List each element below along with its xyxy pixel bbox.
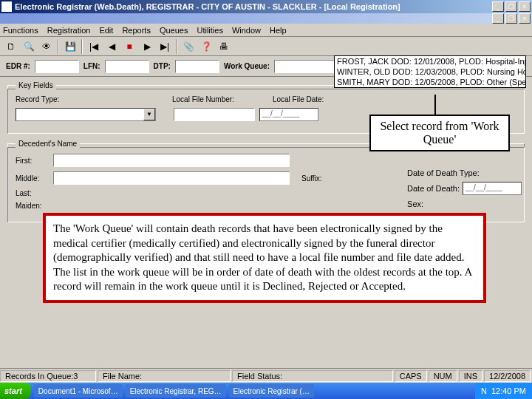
file-name-cell: File Name: [98,370,231,382]
titlebar: Electronic Registrar (Web.Death), REGIST… [0,0,532,13]
taskbar-item[interactable]: Electronic Registrar, REG… [126,384,226,398]
search-icon[interactable]: 🔍 [21,38,37,55]
edr-input[interactable] [35,60,79,73]
dod-type-label: Date of Death Type: [407,168,480,177]
work-queue-list: FROST, JACK DOD: 12/01/2008, PLOD: Hospi… [334,55,526,88]
dtp-label: DTP: [154,62,171,70]
taskbar-item[interactable]: Document1 - Microsof… [34,384,123,398]
next-record-icon[interactable]: ▶ [139,38,155,55]
last-record-icon[interactable]: ▶| [157,38,173,55]
local-file-date-label: Local File Date: [273,95,324,103]
maiden-label: Maiden: [16,202,49,210]
menu-window[interactable]: Window [232,26,261,35]
local-file-number-label: Local File Number: [172,95,234,103]
stop-icon[interactable]: ■ [121,38,137,55]
taskbar-item[interactable]: Electronic Registrar (… [229,384,314,398]
callout-connector [434,95,436,117]
work-queue-item[interactable]: FROST, JACK DOD: 12/01/2008, PLOD: Hospi… [335,56,525,66]
field-status-cell: Field Status: [232,370,393,382]
close-button[interactable]: × [519,1,531,12]
toolbar: 🗋 🔍 👁 💾 |◀ ◀ ■ ▶ ▶| 📎 ❓ 🖶 [0,37,532,56]
middle-input[interactable] [53,171,290,185]
dod-input[interactable]: __/__/____ [463,182,522,195]
sex-label: Sex: [407,200,423,208]
record-type-combo[interactable]: ▼ [16,108,156,121]
mdi-maximize-button[interactable]: ❐ [505,13,517,24]
prev-record-icon[interactable]: ◀ [103,38,120,55]
mdi-titlebar: _ ❐ × [0,13,532,24]
mdi-minimize-button[interactable]: _ [492,13,504,24]
edr-label: EDR #: [6,62,30,70]
last-label: Last: [16,189,49,197]
menubar: Functions Registration Edit Reports Queu… [0,24,532,37]
dtp-input[interactable] [175,60,219,73]
menu-queues[interactable]: Queues [160,26,188,35]
toolbar-separator [176,39,177,54]
system-tray: N 12:40 PM [475,383,532,399]
print-icon[interactable]: 🖶 [216,38,232,55]
record-type-label: Record Type: [16,95,67,103]
callout-select-record: Select record from 'Work Queue' [369,115,510,151]
right-panel: Date of Death Type: Date of Death: __/__… [407,168,522,213]
app-icon [1,1,12,12]
work-queue-item[interactable]: SMITH, MARY DOD: 12/05/2008, PLOD: Other… [335,77,525,87]
first-input[interactable] [53,154,290,167]
menu-utilities[interactable]: Utilities [197,26,222,35]
menu-edit[interactable]: Edit [99,26,113,35]
lfn-label: LFN: [83,62,100,70]
local-file-date-input[interactable]: __/__/____ [259,108,318,121]
binoculars-icon[interactable]: 👁 [38,38,55,55]
dod-label: Date of Death: [407,184,460,193]
window-title: Electronic Registrar (Web.Death), REGIST… [15,2,492,11]
toolbar-separator [58,39,59,54]
key-fields-legend: Key Fields [16,81,56,89]
first-record-icon[interactable]: |◀ [86,38,102,55]
first-label: First: [16,157,49,165]
ins-indicator: INS [459,370,482,382]
menu-help[interactable]: Help [270,26,287,35]
maximize-button[interactable]: ❐ [505,1,517,12]
menu-registration[interactable]: Registration [47,26,91,35]
local-file-number-input[interactable] [174,108,255,121]
toolbar-separator [81,39,83,54]
help-icon[interactable]: ❓ [198,38,214,55]
start-button[interactable]: start [0,383,31,399]
status-date: 12/2/2008 [484,370,531,382]
statusbar: Records In Queue:3 File Name: Field Stat… [0,368,532,383]
minimize-button[interactable]: _ [492,1,504,12]
work-queue-item[interactable]: WINTER, OLD DOD: 12/03/2008, PLOD: Nursi… [335,66,525,77]
menu-functions[interactable]: Functions [3,26,38,35]
middle-label: Middle: [16,174,49,183]
caps-indicator: CAPS [395,370,427,382]
menu-reports[interactable]: Reports [122,26,151,35]
new-icon[interactable]: 🗋 [3,38,19,55]
tray-clock: 12:40 PM [491,386,526,395]
records-in-queue: Records In Queue:3 [0,370,96,382]
suffix-label: Suffix: [301,174,331,183]
chevron-down-icon[interactable]: ▼ [143,109,155,120]
lfn-input[interactable] [105,60,149,73]
decedent-legend: Decedent's Name [16,140,80,148]
taskbar: start Document1 - Microsof… Electronic R… [0,383,532,399]
work-queue-label: Work Queue: [224,62,270,70]
callout-work-queue-explanation: The 'Work Queue' will contain death reco… [43,213,486,303]
attach-icon[interactable]: 📎 [180,38,197,55]
tray-icon[interactable]: N [481,386,487,395]
mdi-close-button[interactable]: × [519,13,531,24]
num-indicator: NUM [429,370,457,382]
save-icon[interactable]: 💾 [62,38,78,55]
